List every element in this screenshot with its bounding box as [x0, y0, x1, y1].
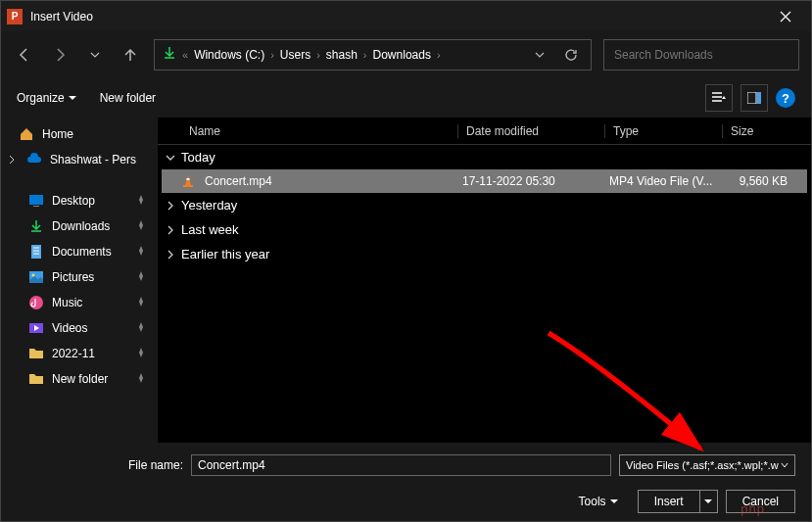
organize-label: Organize — [17, 91, 65, 105]
app-icon: P — [7, 9, 23, 24]
sidebar-item-label: Desktop — [52, 194, 95, 208]
sidebar-item-label: Home — [42, 127, 73, 141]
recent-dropdown[interactable] — [83, 43, 107, 67]
svg-rect-4 — [31, 245, 41, 259]
desktop-icon — [28, 193, 44, 209]
filename-input[interactable] — [191, 454, 611, 476]
group-label: Earlier this year — [181, 247, 269, 261]
column-header-name[interactable]: Name — [181, 124, 458, 138]
insert-button[interactable]: Insert — [638, 490, 700, 513]
cancel-button[interactable]: Cancel — [726, 490, 795, 513]
close-button[interactable] — [766, 3, 805, 30]
sidebar-item-videos[interactable]: Videos — [1, 315, 158, 341]
sidebar-item-label: Shashwat - Pers — [50, 153, 136, 166]
file-row[interactable]: Concert.mp4 17-11-2022 05:30 MP4 Video F… — [162, 169, 807, 193]
breadcrumb[interactable]: Downloads — [373, 48, 431, 62]
downloads-icon — [163, 46, 176, 64]
chevron-right-icon — [5, 156, 19, 164]
sidebar-item-documents[interactable]: Documents — [1, 239, 158, 264]
sidebar-item-folder[interactable]: New folder — [1, 366, 158, 392]
videos-icon — [28, 320, 44, 336]
documents-icon — [28, 244, 44, 260]
home-icon — [19, 126, 34, 142]
sidebar-item-label: Downloads — [52, 219, 110, 233]
tools-label: Tools — [579, 495, 606, 508]
pin-icon — [136, 321, 146, 335]
pin-icon — [136, 245, 146, 259]
refresh-button[interactable] — [559, 43, 583, 67]
music-icon — [28, 295, 44, 310]
cloud-icon — [26, 152, 42, 167]
view-list-button[interactable] — [705, 84, 733, 112]
chevron-icon: « — [182, 49, 188, 61]
breadcrumb[interactable]: Windows (C:) — [194, 48, 264, 62]
sidebar-item-personal[interactable]: Shashwat - Pers — [1, 147, 158, 172]
column-header-type[interactable]: Type — [605, 124, 723, 138]
sidebar-item-desktop[interactable]: Desktop — [1, 188, 158, 214]
chevron-right-icon: › — [316, 49, 320, 61]
address-bar[interactable]: « Windows (C:) › Users › shash › Downloa… — [154, 39, 592, 71]
forward-button[interactable] — [48, 43, 72, 67]
insert-dropdown[interactable] — [700, 490, 718, 513]
sidebar-item-pictures[interactable]: Pictures — [1, 264, 158, 290]
group-label: Yesterday — [181, 198, 237, 213]
pin-icon — [136, 347, 146, 360]
pin-icon — [136, 194, 146, 208]
svg-rect-2 — [29, 195, 43, 205]
addr-dropdown-button[interactable] — [528, 43, 551, 67]
organize-menu[interactable]: Organize — [17, 91, 76, 105]
sidebar-item-label: Videos — [52, 321, 87, 335]
folder-icon — [28, 346, 44, 361]
chevron-right-icon: › — [437, 49, 441, 61]
sidebar-item-folder[interactable]: 2022-11 — [1, 341, 158, 366]
group-label: Today — [181, 150, 215, 165]
new-folder-label: New folder — [100, 91, 156, 105]
breadcrumb[interactable]: Users — [280, 48, 310, 62]
breadcrumb[interactable]: shash — [326, 48, 358, 62]
file-filter-dropdown[interactable]: Video Files (*.asf;*.asx;*.wpl;*.w — [619, 454, 795, 476]
svg-rect-3 — [33, 206, 39, 207]
preview-pane-button[interactable] — [740, 84, 768, 112]
group-yesterday[interactable]: Yesterday — [158, 193, 811, 217]
svg-rect-0 — [747, 92, 756, 104]
filter-label: Video Files (*.asf;*.asx;*.wpl;*.w — [626, 459, 779, 471]
sidebar-item-home[interactable]: Home — [1, 121, 158, 147]
sidebar-item-label: Documents — [52, 245, 112, 259]
filename-label: File name: — [17, 458, 183, 472]
chevron-right-icon: › — [363, 49, 367, 61]
pin-icon — [136, 296, 146, 309]
folder-icon — [28, 371, 44, 387]
column-header-size[interactable]: Size — [723, 124, 811, 138]
svg-rect-10 — [183, 185, 193, 187]
group-today[interactable]: Today — [158, 145, 811, 169]
file-name: Concert.mp4 — [201, 174, 454, 188]
pin-icon — [136, 270, 146, 284]
column-header-date[interactable]: Date modified — [458, 124, 605, 138]
vlc-icon — [181, 174, 201, 188]
back-button[interactable] — [13, 43, 36, 67]
sidebar-item-label: Pictures — [52, 270, 94, 284]
pictures-icon — [28, 269, 44, 285]
group-earlier[interactable]: Earlier this year — [158, 242, 811, 266]
sidebar: Home Shashwat - Pers Desktop Downloads D… — [1, 118, 158, 443]
file-list: Name Date modified Type Size Today Conce… — [158, 118, 811, 443]
up-button[interactable] — [119, 43, 142, 67]
search-input[interactable] — [603, 39, 799, 71]
file-date: 17-11-2022 05:30 — [454, 174, 601, 188]
downloads-icon — [28, 218, 44, 234]
sidebar-item-music[interactable]: Music — [1, 290, 158, 315]
group-label: Last week — [181, 222, 239, 237]
sidebar-item-label: Music — [52, 296, 82, 309]
file-type: MP4 Video File (V... — [601, 174, 719, 188]
window-title: Insert Video — [30, 10, 766, 24]
sidebar-item-downloads[interactable]: Downloads — [1, 214, 158, 239]
group-lastweek[interactable]: Last week — [158, 217, 811, 242]
pin-icon — [136, 372, 146, 386]
svg-rect-1 — [757, 92, 761, 104]
svg-rect-9 — [187, 178, 190, 180]
new-folder-button[interactable]: New folder — [100, 91, 156, 105]
sidebar-item-label: New folder — [52, 372, 108, 386]
chevron-right-icon: › — [270, 49, 274, 61]
tools-menu[interactable]: Tools — [579, 495, 618, 508]
help-button[interactable]: ? — [776, 88, 795, 108]
